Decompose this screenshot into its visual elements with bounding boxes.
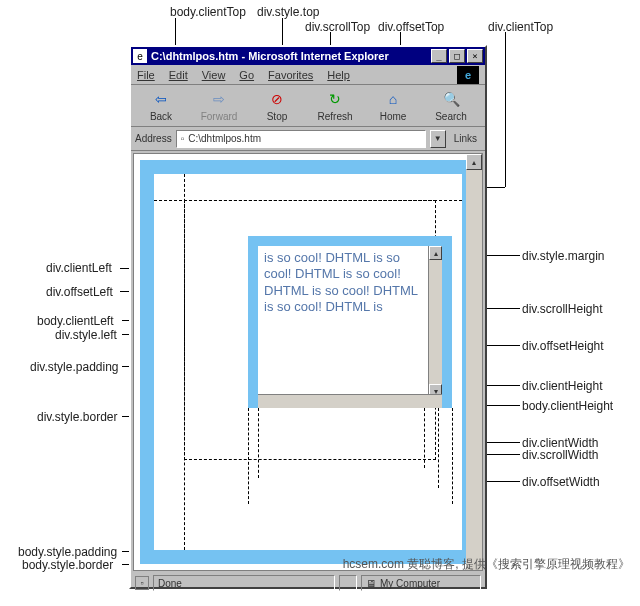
refresh-button[interactable]: ↻Refresh bbox=[311, 89, 359, 122]
content-area: is so cool! DHTML is so cool! DHTML is s… bbox=[133, 153, 483, 571]
status-text: Done bbox=[153, 575, 335, 591]
label-div-scrolltop: div.scrollTop bbox=[305, 20, 370, 34]
label-div-clienttop: div.clientTop bbox=[488, 20, 553, 34]
status-empty bbox=[339, 575, 357, 591]
browser-window: e C:\dhtmlpos.htm - Microsoft Internet E… bbox=[129, 45, 487, 589]
label-div-clientleft: div.clientLeft bbox=[46, 261, 112, 275]
stop-button[interactable]: ⊘Stop bbox=[253, 89, 301, 122]
label-div-offsetleft: div.offsetLeft bbox=[46, 285, 113, 299]
forward-button[interactable]: ⇨Forward bbox=[195, 89, 243, 122]
status-zone: 🖥My Computer bbox=[361, 575, 481, 591]
label-div-style-left: div.style.left bbox=[55, 328, 117, 342]
back-icon: ⇦ bbox=[150, 89, 172, 109]
minimize-button[interactable]: _ bbox=[431, 49, 447, 63]
scroll-up-icon[interactable]: ▴ bbox=[429, 246, 442, 260]
label-div-offsetwidth: div.offsetWidth bbox=[522, 475, 600, 489]
div-border-region: is so cool! DHTML is so cool! DHTML is s… bbox=[248, 236, 452, 408]
label-div-style-padding: div.style.padding bbox=[30, 360, 119, 374]
computer-icon: 🖥 bbox=[366, 578, 376, 589]
menu-go[interactable]: Go bbox=[239, 69, 254, 81]
menu-view[interactable]: View bbox=[202, 69, 226, 81]
address-dropdown[interactable]: ▼ bbox=[430, 130, 446, 148]
forward-icon: ⇨ bbox=[208, 89, 230, 109]
page-scroll-up-icon[interactable]: ▴ bbox=[466, 154, 482, 170]
toolbar: ⇦Back ⇨Forward ⊘Stop ↻Refresh ⌂Home 🔍Sea… bbox=[131, 85, 485, 127]
label-div-clientheight: div.clientHeight bbox=[522, 379, 602, 393]
stop-icon: ⊘ bbox=[266, 89, 288, 109]
label-div-scrollheight: div.scrollHeight bbox=[522, 302, 602, 316]
footer-credit: hcsem.com 黄聪博客, 提供《搜索引擎原理视频教程》 bbox=[0, 556, 630, 573]
body-padding-region: is so cool! DHTML is so cool! DHTML is s… bbox=[154, 174, 462, 550]
label-div-style-border: div.style.border bbox=[37, 410, 117, 424]
search-button[interactable]: 🔍Search bbox=[427, 89, 475, 122]
label-body-clientheight: body.clientHeight bbox=[522, 399, 613, 413]
page-icon: ▫ bbox=[181, 133, 185, 144]
address-label: Address bbox=[135, 133, 172, 144]
address-bar: Address ▫C:\dhtmlpos.htm ▼ Links bbox=[131, 127, 485, 151]
app-icon: e bbox=[133, 49, 147, 63]
label-div-style-margin: div.style.margin bbox=[522, 249, 604, 263]
refresh-icon: ↻ bbox=[324, 89, 346, 109]
search-icon: 🔍 bbox=[440, 89, 462, 109]
label-div-scrollwidth: div.scrollWidth bbox=[522, 448, 598, 462]
ie-logo: e bbox=[457, 66, 479, 84]
menu-help[interactable]: Help bbox=[327, 69, 350, 81]
home-button[interactable]: ⌂Home bbox=[369, 89, 417, 122]
menu-favorites[interactable]: Favorites bbox=[268, 69, 313, 81]
label-body-clientleft: body.clientLeft bbox=[37, 314, 114, 328]
label-div-offsetheight: div.offsetHeight bbox=[522, 339, 604, 353]
links-button[interactable]: Links bbox=[450, 133, 481, 144]
title-bar[interactable]: e C:\dhtmlpos.htm - Microsoft Internet E… bbox=[131, 47, 485, 65]
status-bar: ▫ Done 🖥My Computer bbox=[131, 573, 485, 593]
menu-bar: File Edit View Go Favorites Help e bbox=[131, 65, 485, 85]
window-title: C:\dhtmlpos.htm - Microsoft Internet Exp… bbox=[151, 50, 429, 62]
menu-edit[interactable]: Edit bbox=[169, 69, 188, 81]
div-content-text: is so cool! DHTML is so cool! DHTML is s… bbox=[258, 246, 428, 398]
menu-file[interactable]: File bbox=[137, 69, 155, 81]
maximize-button[interactable]: □ bbox=[449, 49, 465, 63]
div-horizontal-scrollbar[interactable] bbox=[258, 394, 442, 408]
home-icon: ⌂ bbox=[382, 89, 404, 109]
div-vertical-scrollbar[interactable]: ▴ ▾ bbox=[428, 246, 442, 398]
label-body-clienttop: body.clientTop bbox=[170, 5, 246, 19]
div-client-region: is so cool! DHTML is so cool! DHTML is s… bbox=[258, 246, 442, 398]
body-border-region: is so cool! DHTML is so cool! DHTML is s… bbox=[140, 160, 476, 564]
label-div-style-top: div.style.top bbox=[257, 5, 319, 19]
page-vertical-scrollbar[interactable]: ▴ bbox=[466, 154, 482, 570]
address-field[interactable]: ▫C:\dhtmlpos.htm bbox=[176, 130, 426, 148]
label-div-offsettop: div.offsetTop bbox=[378, 20, 444, 34]
back-button[interactable]: ⇦Back bbox=[137, 89, 185, 122]
status-doc-icon: ▫ bbox=[135, 576, 149, 590]
close-button[interactable]: × bbox=[467, 49, 483, 63]
